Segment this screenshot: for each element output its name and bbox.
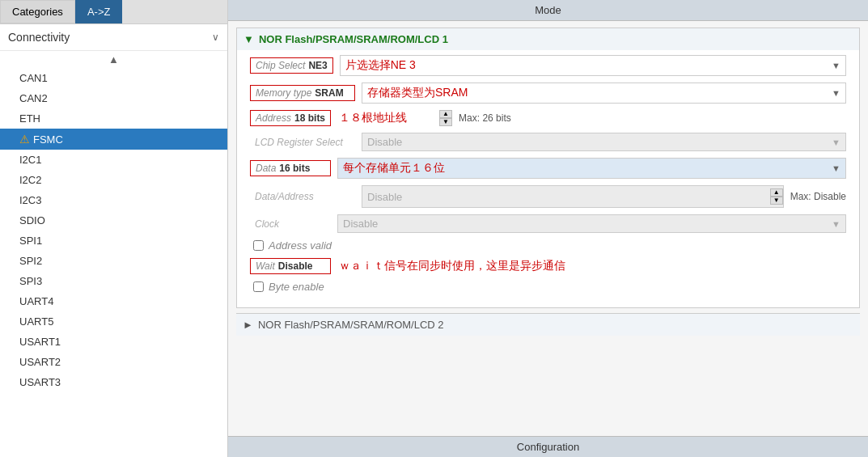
memory-type-dropdown[interactable]: 存储器类型为SRAM ▼: [362, 83, 846, 104]
sidebar-item-label: I2C3: [19, 194, 41, 206]
memory-type-dropdown-value: 存储器类型为SRAM: [367, 86, 468, 100]
address-row: Address 18 bits １８根地址线 ▲ ▼ Max: 26 bits: [250, 110, 846, 126]
wait-row: Wait Disable ｗａｉｔ信号在同步时使用，这里是异步通信: [250, 258, 846, 274]
category-connectivity[interactable]: Connectivity ∨: [0, 24, 227, 51]
nor-section-1: ▼ NOR Flash/PSRAM/SRAM/ROM/LCD 1 Chip Se…: [236, 28, 860, 308]
sidebar-item-can2[interactable]: CAN2: [0, 88, 227, 108]
chevron-down-icon: ▼: [832, 61, 840, 70]
address-valid-label: Address valid: [269, 239, 332, 252]
clock-row: Clock Disable ▼: [250, 214, 846, 233]
nor-section-1-title: NOR Flash/PSRAM/SRAM/ROM/LCD 1: [259, 33, 448, 45]
nor-section-2-title: NOR Flash/PSRAM/SRAM/ROM/LCD 2: [258, 319, 444, 331]
sidebar-item-uart4[interactable]: UART4: [0, 291, 227, 311]
sidebar-item-label: SPI2: [19, 255, 42, 267]
sidebar: Categories A->Z Connectivity ∨ ▲ CAN1 CA…: [0, 0, 228, 457]
sidebar-item-sdio[interactable]: SDIO: [0, 210, 227, 231]
data-dropdown-value: 每个存储单元１６位: [343, 161, 445, 176]
chevron-down-icon: ▼: [243, 33, 254, 45]
data-dropdown[interactable]: 每个存储单元１６位 ▼: [337, 158, 846, 179]
sidebar-item-spi3[interactable]: SPI3: [0, 271, 227, 291]
sidebar-item-usart2[interactable]: USART2: [0, 352, 227, 372]
chip-select-label-box: Chip Select NE3: [250, 57, 333, 74]
sidebar-item-i2c1[interactable]: I2C1: [0, 150, 227, 170]
sidebar-item-spi2[interactable]: SPI2: [0, 251, 227, 271]
wait-field-value: Disable: [278, 260, 313, 272]
chevron-down-icon: ▼: [832, 219, 840, 229]
lcd-register-field-name: LCD Register Select: [255, 137, 343, 148]
scroll-up-button[interactable]: ▲: [0, 51, 227, 68]
sidebar-item-label: CAN2: [19, 92, 48, 104]
chip-select-field-name: Chip Select: [256, 60, 305, 71]
address-annotation: １８根地址线: [339, 111, 436, 125]
tab-atoz[interactable]: A->Z: [75, 0, 123, 23]
chevron-right-icon: ►: [243, 319, 253, 331]
byte-enable-checkbox[interactable]: [253, 281, 264, 292]
sidebar-item-fsmc[interactable]: ⚠ FSMC: [0, 129, 227, 150]
sidebar-item-label: SPI3: [19, 275, 42, 287]
stepper-up-button[interactable]: ▲: [439, 110, 452, 118]
address-label-box: Address 18 bits: [250, 110, 331, 126]
sidebar-item-label: I2C1: [19, 154, 41, 166]
sidebar-item-can1[interactable]: CAN1: [0, 68, 227, 88]
lcd-register-label-box: LCD Register Select: [250, 135, 355, 150]
tab-categories[interactable]: Categories: [0, 0, 75, 23]
category-label: Connectivity: [8, 31, 70, 44]
clock-dropdown[interactable]: Disable ▼: [337, 214, 846, 233]
up-arrow-icon: ▲: [108, 53, 119, 66]
lcd-register-row: LCD Register Select Disable ▼: [250, 133, 846, 151]
data-address-row: Data/Address Disable ▲ ▼ Max: Disable: [250, 185, 846, 208]
chevron-down-icon: ∨: [212, 32, 219, 43]
sidebar-item-usart3[interactable]: USART3: [0, 372, 227, 392]
sidebar-item-i2c3[interactable]: I2C3: [0, 190, 227, 210]
address-valid-checkbox[interactable]: [253, 240, 264, 251]
data-address-field-name: Data/Address: [255, 191, 314, 202]
data-field-value: 16 bits: [279, 163, 310, 174]
data-address-label-box: Data/Address: [250, 189, 355, 204]
main-content: Mode ▼ NOR Flash/PSRAM/SRAM/ROM/LCD 1 Ch…: [228, 0, 868, 457]
nor-section-1-header[interactable]: ▼ NOR Flash/PSRAM/SRAM/ROM/LCD 1: [237, 28, 859, 50]
sidebar-item-eth[interactable]: ETH: [0, 108, 227, 129]
chip-select-dropdown-value: 片选选择NE 3: [345, 58, 416, 73]
clock-field-name: Clock: [255, 218, 279, 230]
sidebar-item-label: SDIO: [19, 214, 45, 226]
lcd-register-dropdown-value: Disable: [367, 136, 402, 148]
sidebar-item-label: USART3: [19, 376, 61, 388]
memory-type-field-value: SRAM: [315, 87, 343, 99]
sidebar-item-usart1[interactable]: USART1: [0, 332, 227, 352]
sidebar-item-i2c2[interactable]: I2C2: [0, 170, 227, 190]
stepper-down-button[interactable]: ▼: [770, 197, 783, 205]
address-stepper[interactable]: ▲ ▼: [439, 110, 452, 126]
byte-enable-label: Byte enable: [269, 281, 324, 293]
sidebar-item-label: CAN1: [19, 72, 48, 84]
data-row: Data 16 bits 每个存储单元１６位 ▼: [250, 158, 846, 179]
memory-type-field-name: Memory type: [256, 87, 311, 99]
chip-select-field-value: NE3: [308, 60, 327, 71]
address-field-name: Address: [256, 112, 291, 124]
memory-type-row: Memory type SRAM 存储器类型为SRAM ▼: [250, 83, 846, 104]
stepper-up-button[interactable]: ▲: [770, 188, 783, 197]
chevron-down-icon: ▼: [832, 138, 840, 147]
chevron-down-icon: ▼: [832, 88, 840, 98]
data-address-wrapper: Disable ▲ ▼: [362, 185, 784, 208]
nor-section-1-body: Chip Select NE3 片选选择NE 3 ▼ Memory type S…: [237, 50, 859, 307]
sidebar-item-uart5[interactable]: UART5: [0, 311, 227, 332]
lcd-register-dropdown[interactable]: Disable ▼: [362, 133, 846, 151]
data-address-max-label: Max: Disable: [790, 191, 846, 202]
address-max-label: Max: 26 bits: [459, 112, 511, 124]
address-field-value: 18 bits: [294, 112, 325, 124]
chevron-down-icon: ▼: [832, 163, 840, 173]
address-valid-row: Address valid: [250, 239, 846, 252]
mode-body: ▼ NOR Flash/PSRAM/SRAM/ROM/LCD 1 Chip Se…: [228, 21, 868, 436]
mode-header: Mode: [228, 0, 868, 21]
sidebar-item-label: FSMC: [33, 133, 63, 146]
wait-annotation: ｗａｉｔ信号在同步时使用，这里是异步通信: [339, 259, 846, 273]
nor-section-2-header[interactable]: ► NOR Flash/PSRAM/SRAM/ROM/LCD 2: [236, 313, 860, 336]
clock-label-box: Clock: [250, 217, 331, 231]
stepper-down-button[interactable]: ▼: [439, 118, 452, 126]
sidebar-item-spi1[interactable]: SPI1: [0, 231, 227, 251]
sidebar-item-label: USART2: [19, 356, 61, 368]
chip-select-dropdown[interactable]: 片选选择NE 3 ▼: [340, 55, 846, 76]
wait-label-box: Wait Disable: [250, 258, 331, 274]
sidebar-tabs: Categories A->Z: [0, 0, 227, 24]
data-address-stepper[interactable]: ▲ ▼: [770, 188, 783, 205]
